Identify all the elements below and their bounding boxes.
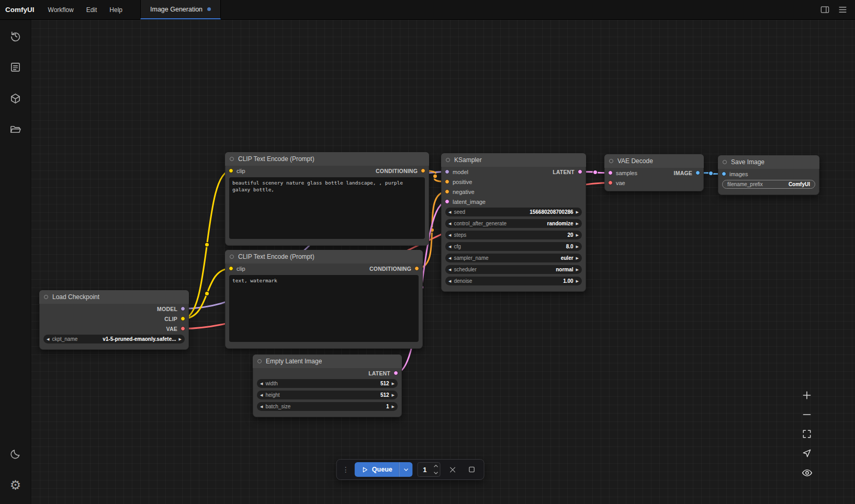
decrement-arrow-icon[interactable]: ◀	[260, 382, 263, 385]
pan-icon[interactable]	[800, 446, 814, 461]
increment-arrow-icon[interactable]: ▶	[179, 337, 182, 341]
widget-scheduler[interactable]: ◀schedulernormal▶	[445, 265, 582, 274]
drag-handle-icon[interactable]: ⋮	[342, 465, 350, 474]
increment-arrow-icon[interactable]: ▶	[392, 393, 395, 397]
node-title-bar[interactable]: Empty Latent Image	[253, 354, 402, 368]
widget-batch_size[interactable]: ◀batch_size1▶	[257, 402, 398, 411]
widget-denoise[interactable]: ◀denoise1.00▶	[445, 277, 582, 285]
increment-arrow-icon[interactable]: ▶	[576, 233, 579, 237]
increment-arrow-icon[interactable]: ▶	[576, 279, 579, 283]
node-ksampler[interactable]: KSamplermodelLATENTpositivenegativelaten…	[441, 153, 586, 292]
menu-icon[interactable]	[835, 3, 850, 17]
node-title-bar[interactable]: CLIP Text Encode (Prompt)	[225, 250, 423, 264]
decrement-arrow-icon[interactable]: ◀	[47, 337, 49, 341]
widget-height[interactable]: ◀height512▶	[257, 391, 398, 399]
graph-canvas[interactable]: Load CheckpointMODELCLIPVAE◀ckpt_namev1-…	[31, 20, 855, 504]
prompt-text-area[interactable]: beautiful scenery nature glass bottle la…	[229, 177, 425, 239]
collapse-dot-icon[interactable]	[230, 255, 234, 259]
node-title-bar[interactable]: VAE Decode	[604, 154, 704, 168]
input-slot-negative[interactable]: negative	[445, 189, 475, 195]
input-slot-samples[interactable]: samples	[608, 170, 637, 176]
output-slot-MODEL[interactable]: MODEL	[157, 306, 185, 312]
widget-ckpt_name[interactable]: ◀ckpt_namev1-5-pruned-emaonly.safete...▶	[43, 335, 185, 343]
settings-icon[interactable]: ⚙	[8, 478, 23, 492]
queue-options-chevron[interactable]	[399, 462, 413, 477]
node-empty-latent-image[interactable]: Empty Latent ImageLATENT◀width512▶◀heigh…	[253, 354, 402, 417]
prompt-text-area[interactable]: text, watermark	[229, 275, 419, 342]
output-slot-CLIP[interactable]: CLIP	[164, 316, 185, 322]
output-slot-LATENT[interactable]: LATENT	[368, 370, 398, 376]
collapse-dot-icon[interactable]	[723, 160, 727, 164]
output-slot-CONDITIONING[interactable]: CONDITIONING	[369, 266, 419, 272]
node-vae-decode[interactable]: VAE DecodesamplesIMAGEvae	[604, 154, 704, 191]
batch-count-input[interactable]: 1	[418, 463, 432, 476]
widget-seed[interactable]: ◀seed156680208700286▶	[445, 208, 582, 216]
toggle-link-visibility-icon[interactable]	[800, 465, 814, 480]
increment-arrow-icon[interactable]: ▶	[576, 245, 579, 248]
zoom-out-icon[interactable]	[800, 407, 814, 422]
decrement-arrow-icon[interactable]: ◀	[260, 405, 263, 408]
output-slot-VAE[interactable]: VAE	[166, 326, 185, 332]
collapse-dot-icon[interactable]	[230, 157, 234, 161]
history-icon[interactable]	[8, 28, 23, 43]
decrement-arrow-icon[interactable]: ◀	[448, 210, 451, 214]
panel-toggle-icon[interactable]	[817, 3, 832, 17]
node-save-image[interactable]: Save Imageimagesfilename_prefixComfyUI	[718, 155, 819, 195]
increment-icon[interactable]	[432, 463, 440, 469]
node-library-icon[interactable]	[8, 91, 23, 106]
output-slot-CONDITIONING[interactable]: CONDITIONING	[376, 168, 425, 174]
workflows-icon[interactable]	[8, 122, 23, 137]
increment-arrow-icon[interactable]: ▶	[576, 256, 579, 260]
widget-sampler_name[interactable]: ◀sampler_nameeuler▶	[445, 254, 582, 262]
zoom-in-icon[interactable]	[800, 388, 814, 403]
input-slot-latent_image[interactable]: latent_image	[445, 199, 486, 205]
node-clip-text-encode-positive[interactable]: CLIP Text Encode (Prompt)clipCONDITIONIN…	[225, 152, 429, 246]
node-load-checkpoint[interactable]: Load CheckpointMODELCLIPVAE◀ckpt_namev1-…	[39, 290, 189, 350]
stop-icon[interactable]	[465, 462, 479, 477]
node-title-bar[interactable]: Save Image	[718, 155, 819, 169]
collapse-dot-icon[interactable]	[609, 159, 613, 163]
node-title-bar[interactable]: KSampler	[441, 153, 586, 167]
widget-width[interactable]: ◀width512▶	[257, 379, 398, 388]
input-slot-clip[interactable]: clip	[229, 266, 245, 272]
logs-icon[interactable]	[8, 60, 23, 74]
tab-image-generation[interactable]: Image Generation	[140, 0, 221, 19]
decrement-arrow-icon[interactable]: ◀	[448, 256, 451, 260]
input-slot-vae[interactable]: vae	[608, 180, 625, 186]
node-title-bar[interactable]: Load Checkpoint	[39, 290, 189, 304]
increment-arrow-icon[interactable]: ▶	[576, 222, 579, 225]
decrement-arrow-icon[interactable]: ◀	[260, 393, 263, 397]
widget-cfg[interactable]: ◀cfg8.0▶	[445, 242, 582, 251]
widget-filename_prefix[interactable]: filename_prefixComfyUI	[722, 180, 815, 189]
queue-button[interactable]: Queue	[355, 462, 399, 477]
collapse-dot-icon[interactable]	[44, 295, 48, 299]
collapse-dot-icon[interactable]	[257, 359, 262, 363]
cancel-icon[interactable]	[445, 462, 460, 477]
output-slot-IMAGE[interactable]: IMAGE	[674, 170, 700, 176]
decrement-arrow-icon[interactable]: ◀	[448, 233, 451, 237]
input-slot-clip[interactable]: clip	[229, 168, 245, 174]
input-slot-positive[interactable]: positive	[445, 179, 472, 185]
increment-arrow-icon[interactable]: ▶	[576, 210, 579, 214]
widget-steps[interactable]: ◀steps20▶	[445, 231, 582, 239]
decrement-arrow-icon[interactable]: ◀	[448, 222, 451, 225]
widget-control_after_generate[interactable]: ◀control_after_generaterandomize▶	[445, 219, 582, 228]
decrement-icon[interactable]	[432, 469, 440, 476]
node-clip-text-encode-negative[interactable]: CLIP Text Encode (Prompt)clipCONDITIONIN…	[225, 250, 423, 349]
theme-toggle-icon[interactable]	[8, 446, 23, 461]
increment-arrow-icon[interactable]: ▶	[576, 268, 579, 271]
menu-help[interactable]: Help	[103, 6, 129, 14]
fit-view-icon[interactable]	[800, 427, 814, 441]
input-slot-images[interactable]: images	[722, 171, 748, 177]
decrement-arrow-icon[interactable]: ◀	[448, 268, 451, 271]
collapse-dot-icon[interactable]	[446, 158, 450, 162]
output-slot-LATENT[interactable]: LATENT	[553, 169, 582, 175]
decrement-arrow-icon[interactable]: ◀	[448, 279, 451, 283]
input-slot-model[interactable]: model	[445, 169, 468, 175]
menu-edit[interactable]: Edit	[80, 6, 104, 14]
decrement-arrow-icon[interactable]: ◀	[448, 245, 451, 248]
node-title-bar[interactable]: CLIP Text Encode (Prompt)	[225, 152, 429, 166]
increment-arrow-icon[interactable]: ▶	[392, 405, 395, 408]
menu-workflow[interactable]: Workflow	[42, 6, 80, 14]
increment-arrow-icon[interactable]: ▶	[392, 382, 395, 385]
